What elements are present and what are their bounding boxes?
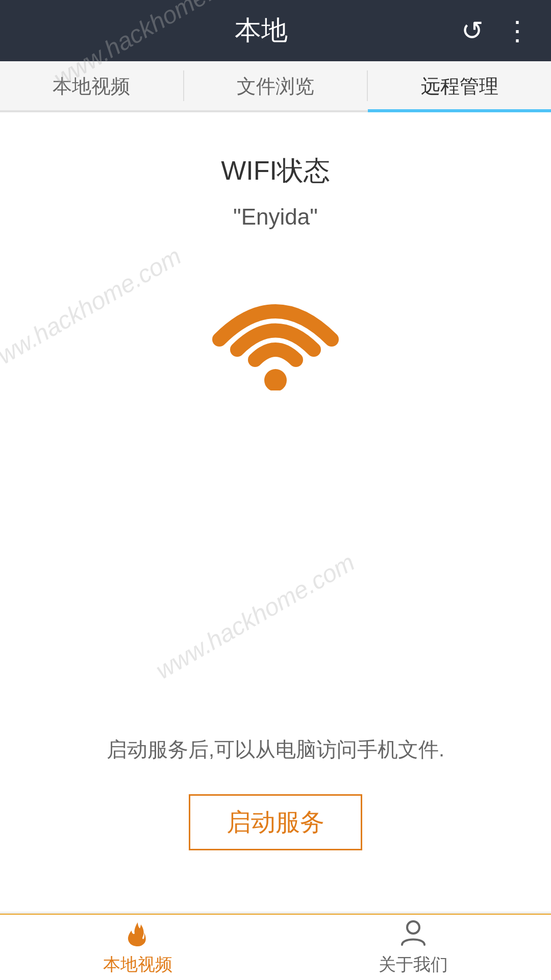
bottom-nav-local-video[interactable]: 本地视频 [0,918,276,976]
more-icon[interactable]: ⋮ [504,15,531,46]
page-title: 本地 [61,13,461,48]
tab-file-browser[interactable]: 文件浏览 [184,63,367,112]
start-service-button[interactable]: 启动服务 [189,794,362,850]
flame-icon [122,918,153,949]
bottom-navigation: 本地视频 关于我们 [0,914,551,980]
tab-local-video[interactable]: 本地视频 [0,63,183,112]
app-header: 本地 ↺ ⋮ [0,0,551,61]
main-content: WIFI状态 "Enyida" 启动服务后,可以从电脑访问手机文件. 启动服务 [0,112,551,912]
tab-remote-manage[interactable]: 远程管理 [368,63,551,112]
person-icon [398,918,429,949]
bottom-nav-about-us-label: 关于我们 [379,953,448,976]
service-description: 启动服务后,可以从电脑访问手机文件. [86,736,465,764]
wifi-ssid: "Enyida" [233,204,318,230]
svg-point-1 [407,921,419,934]
svg-point-0 [264,369,287,390]
bottom-nav-local-video-label: 本地视频 [103,953,172,976]
wifi-icon [204,260,347,403]
refresh-icon[interactable]: ↺ [461,15,484,46]
wifi-status-title: WIFI状态 [221,153,330,189]
tab-bar: 本地视频 文件浏览 远程管理 [0,61,551,112]
bottom-nav-about-us[interactable]: 关于我们 [276,918,551,976]
header-actions: ↺ ⋮ [461,15,531,46]
